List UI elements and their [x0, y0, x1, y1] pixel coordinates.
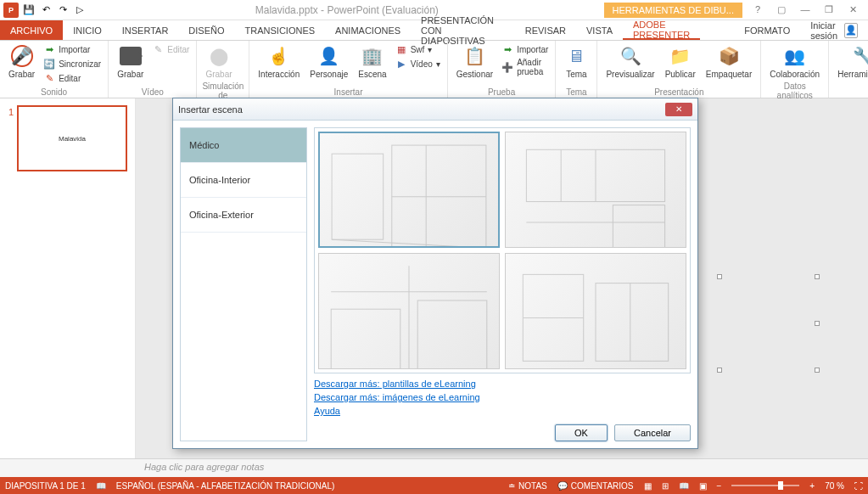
- video-icon: ▶: [395, 58, 407, 70]
- tab-adobe-presenter[interactable]: ADOBE PRESENTER: [623, 20, 700, 40]
- ribbon: 🎤 Grabar ➡Importar 🔄Sincronizar ✎Editar …: [0, 41, 868, 98]
- slideshow-icon[interactable]: ▷: [73, 3, 87, 17]
- notes-pane[interactable]: Haga clic para agregar notas: [0, 458, 868, 477]
- publish-icon: 📁: [669, 44, 692, 68]
- add-icon: ➕: [501, 61, 513, 73]
- grabar-video-label: Grabar: [117, 70, 143, 79]
- gestionar-button[interactable]: 📋Gestionar: [453, 42, 496, 81]
- theme-icon: 🖥: [564, 44, 588, 68]
- help-link[interactable]: Ayuda: [314, 406, 691, 416]
- avatar-icon: 👤: [844, 23, 858, 38]
- zoom-level[interactable]: 70 %: [825, 481, 844, 491]
- herramientas-button[interactable]: 🔧Herramientas: [834, 42, 868, 81]
- interaccion-button[interactable]: ☝Interacción: [255, 42, 303, 81]
- publicar-button[interactable]: 📁Publicar: [662, 42, 699, 81]
- signin-link[interactable]: Iniciar sesión 👤: [800, 20, 868, 40]
- grabar-video-button[interactable]: Grabar: [114, 42, 147, 81]
- escena-button[interactable]: 🏢Escena: [355, 42, 389, 81]
- ribbon-options-icon[interactable]: ▢: [773, 4, 790, 15]
- scene-thumb-3[interactable]: [318, 253, 500, 369]
- comments-toggle[interactable]: 💬 COMENTARIOS: [557, 481, 634, 491]
- tab-transiciones[interactable]: TRANSICIONES: [235, 20, 326, 40]
- scene-thumb-4[interactable]: [505, 253, 686, 369]
- window-title: Malavida.pptx - PowerPoint (Evaluación): [90, 4, 604, 16]
- personaje-button[interactable]: 👤Personaje: [306, 42, 351, 81]
- group-insertar: ☝Interacción 👤Personaje 🏢Escena ▦Swf ▾ ▶…: [249, 41, 447, 98]
- spell-check-icon[interactable]: 📖: [96, 481, 106, 491]
- app-icon[interactable]: P: [3, 3, 19, 18]
- undo-icon[interactable]: ↶: [39, 3, 53, 17]
- import-icon: ➡: [501, 43, 513, 55]
- tab-file[interactable]: ARCHIVO: [0, 20, 63, 40]
- previsualizar-button[interactable]: 🔍Previsualizar: [602, 42, 658, 81]
- empaquetar-button[interactable]: 📦Empaquetar: [703, 42, 755, 81]
- tab-vista[interactable]: VISTA: [576, 20, 623, 40]
- grabar-sim-button: ⬤ Grabar: [202, 42, 235, 81]
- fit-window-icon[interactable]: ⛶: [854, 481, 863, 491]
- zoom-in-icon[interactable]: +: [809, 481, 815, 491]
- zoom-out-icon[interactable]: −: [717, 481, 722, 491]
- dialog-links: Descargar más: plantillas de eLearning D…: [314, 373, 691, 421]
- collab-icon: 👥: [783, 44, 807, 68]
- sync-icon: 🔄: [43, 58, 55, 70]
- tab-presentacion[interactable]: PRESENTACIÓN CON DIAPOSITIVAS: [411, 20, 515, 40]
- grabar-sim-label: Grabar: [205, 70, 232, 79]
- insert-scene-dialog: Insertar escena ✕ Médico Oficina-Interio…: [172, 98, 698, 449]
- cancel-button[interactable]: Cancelar: [614, 424, 691, 441]
- edit-icon: ✎: [43, 72, 55, 84]
- close-icon[interactable]: ✕: [844, 4, 861, 15]
- slideshow-view-icon[interactable]: ▣: [699, 481, 707, 491]
- sorter-view-icon[interactable]: ⊞: [662, 481, 669, 491]
- importar-prueba-button[interactable]: ➡Importar: [500, 42, 550, 56]
- svg-rect-11: [417, 300, 487, 369]
- swf-button[interactable]: ▦Swf ▾: [394, 42, 442, 56]
- anadir-prueba-button[interactable]: ➕Añadir prueba: [500, 57, 550, 77]
- language-indicator[interactable]: ESPAÑOL (ESPAÑA - ALFABETIZACIÓN TRADICI…: [116, 481, 334, 491]
- video-insert-button[interactable]: ▶Vídeo ▾: [394, 57, 442, 70]
- zoom-slider[interactable]: [731, 485, 799, 486]
- tab-diseno[interactable]: DISEÑO: [178, 20, 234, 40]
- dialog-titlebar[interactable]: Insertar escena ✕: [173, 98, 697, 121]
- tab-insertar[interactable]: INSERTAR: [112, 20, 179, 40]
- save-icon[interactable]: 💾: [22, 3, 36, 17]
- dialog-close-button[interactable]: ✕: [665, 103, 692, 116]
- reading-view-icon[interactable]: 📖: [679, 481, 689, 491]
- tab-animaciones[interactable]: ANIMACIONES: [325, 20, 411, 40]
- scene-thumb-2[interactable]: [505, 132, 686, 248]
- window-controls: ? ▢ — ❐ ✕: [742, 4, 868, 15]
- scene-thumb-1[interactable]: [318, 132, 500, 248]
- download-images-link[interactable]: Descargar más: imágenes de eLearning: [314, 392, 691, 402]
- slides-panel[interactable]: 1 Malavida: [0, 98, 136, 458]
- scene-grid: [314, 127, 691, 373]
- help-icon[interactable]: ?: [749, 4, 766, 15]
- redo-icon[interactable]: ↷: [56, 3, 70, 17]
- preview-area: Descargar más: plantillas de eLearning D…: [314, 127, 691, 441]
- normal-view-icon[interactable]: ▦: [644, 481, 652, 491]
- minimize-icon[interactable]: —: [797, 4, 814, 15]
- colaboracion-button[interactable]: 👥Colaboración: [766, 42, 823, 81]
- tema-button[interactable]: 🖥Tema: [561, 42, 591, 81]
- category-item-oficina-interior[interactable]: Oficina-Interior: [181, 163, 306, 198]
- download-templates-link[interactable]: Descargar más: plantillas de eLearning: [314, 379, 691, 389]
- slide-counter[interactable]: DIAPOSITIVA 1 DE 1: [5, 481, 86, 491]
- edit-icon: ✎: [152, 43, 164, 55]
- swf-icon: ▦: [395, 43, 407, 55]
- restore-icon[interactable]: ❐: [820, 4, 837, 15]
- sincronizar-button[interactable]: 🔄Sincronizar: [42, 57, 103, 70]
- tab-revisar[interactable]: REVISAR: [515, 20, 576, 40]
- slide-thumbnail[interactable]: 1 Malavida: [17, 105, 127, 171]
- camera-icon: [120, 47, 142, 65]
- importar-audio-button[interactable]: ➡Importar: [42, 42, 103, 56]
- ok-button[interactable]: OK: [555, 424, 608, 441]
- tab-formato[interactable]: FORMATO: [734, 20, 800, 40]
- category-item-oficina-exterior[interactable]: Oficina-Exterior: [181, 198, 306, 233]
- group-sonido: 🎤 Grabar ➡Importar 🔄Sincronizar ✎Editar …: [0, 41, 109, 98]
- notes-toggle[interactable]: ≐ NOTAS: [508, 481, 547, 491]
- grabar-audio-button[interactable]: 🎤 Grabar: [5, 42, 38, 81]
- editar-audio-button[interactable]: ✎Editar: [42, 71, 103, 85]
- group-simulacion: ⬤ Grabar Simulación de aplicación: [197, 41, 249, 98]
- tab-inicio[interactable]: INICIO: [63, 20, 112, 40]
- manage-icon: 📋: [462, 44, 486, 68]
- category-item-medico[interactable]: Médico: [181, 128, 306, 163]
- group-label: Insertar: [255, 87, 441, 98]
